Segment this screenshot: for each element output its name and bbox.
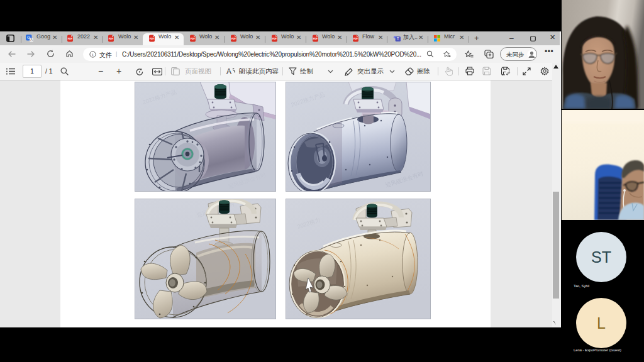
svg-text:A: A: [226, 67, 231, 75]
svg-text:i: i: [92, 52, 94, 57]
svg-text:A: A: [30, 38, 33, 41]
svg-text:T: T: [397, 36, 399, 41]
